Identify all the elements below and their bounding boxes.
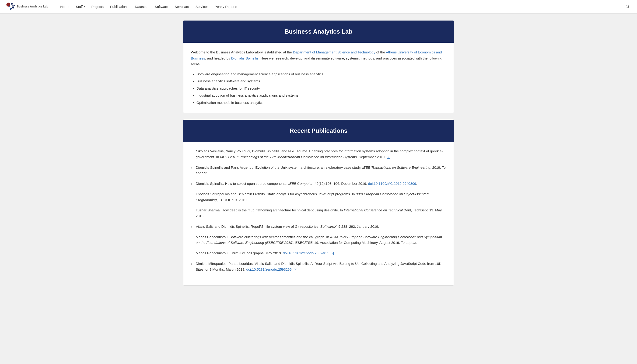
nav-datasets[interactable]: Datasets [132, 3, 151, 10]
pub-text: Marios Papachristou. Software clustering… [196, 234, 446, 246]
nav-yearly-reports[interactable]: Yearly Reports [212, 3, 240, 10]
list-item: Optimization methods in business analyti… [196, 100, 446, 106]
pub-text: Marios Papachristou. Linux 4.21 call gra… [196, 250, 446, 256]
list-item: Business analytics software and systems [196, 78, 446, 85]
nav-links: Home Staff ▾ Projects Publications Datas… [58, 3, 624, 10]
nav-projects[interactable]: Projects [89, 3, 106, 10]
nav-services[interactable]: Services [193, 3, 212, 10]
publication-item: Thodoris Sotiropoulos and Benjamin Livsh… [191, 191, 446, 203]
logo-icon [6, 2, 16, 12]
nav-home[interactable]: Home [58, 3, 72, 10]
pub-text: Nikolaos Vasilakis, Nancy Pouloudi, Diom… [196, 148, 446, 160]
brand-text: Business Analytics Lab [17, 5, 48, 9]
publications-header: Recent Publications [183, 120, 454, 142]
pub-text: Tushar Sharma. How deep is the mud: fath… [196, 208, 446, 219]
pub-text: Thodoris Sotiropoulos and Benjamin Livsh… [196, 191, 446, 203]
pub-ext-link[interactable]: ↗ [330, 251, 334, 255]
hero-header: Business Analytics Lab [183, 20, 454, 43]
publication-item: Nikolaos Vasilakis, Nancy Pouloudi, Diom… [191, 148, 446, 160]
pub-text: Diomidis Spinellis and Paris Avgeriou. E… [196, 165, 446, 176]
nav-seminars[interactable]: Seminars [172, 3, 192, 10]
svg-line-13 [628, 7, 629, 8]
list-item: Software engineering and management scie… [196, 71, 446, 78]
dept-link[interactable]: Department of Management Science and Tec… [293, 50, 375, 54]
svg-point-0 [6, 2, 10, 6]
pub-ext-link[interactable]: ↗ [387, 155, 390, 159]
doi-link[interactable]: doi:10.5281/zenodo.2593266 [246, 268, 292, 271]
staff-dropdown-arrow: ▾ [84, 5, 85, 8]
doi-link[interactable]: doi:10.5281/zenodo.2652487 [283, 251, 328, 255]
publication-item: Dimitris Mitropoulos, Panos Louridas, Vi… [191, 261, 446, 272]
spinellis-link[interactable]: Diomidis Spinellis [231, 56, 259, 60]
intro-box: Welcome to the Business Analytics Labora… [183, 43, 454, 113]
pub-text: Dimitris Mitropoulos, Panos Louridas, Vi… [196, 261, 446, 272]
search-icon [625, 4, 630, 8]
publication-item: Vitalis Salis and Diomidis Spinellis. Re… [191, 224, 446, 230]
intro-paragraph: Welcome to the Business Analytics Labora… [191, 49, 446, 67]
publication-item: Diomidis Spinellis and Paris Avgeriou. E… [191, 165, 446, 176]
list-item: Industrial adoption of business analytic… [196, 92, 446, 99]
hero-title: Business Analytics Lab [285, 28, 352, 35]
publications-list: Nikolaos Vasilakis, Nancy Pouloudi, Diom… [191, 148, 446, 272]
external-link-icon: ↗ [331, 252, 334, 255]
pub-text: Diomidis Spinellis. How to select open s… [196, 181, 446, 187]
publication-item: Marios Papachristou. Linux 4.21 call gra… [191, 250, 446, 256]
external-link-icon: ↗ [294, 268, 297, 271]
publication-item: Tushar Sharma. How deep is the mud: fath… [191, 208, 446, 219]
doi-link[interactable]: doi:10.1109/MC.2019.2940809 [368, 182, 416, 186]
publication-item: Diomidis Spinellis. How to select open s… [191, 181, 446, 187]
navbar: Business Analytics Lab Home Staff ▾ Proj… [0, 0, 637, 14]
intro-list: Software engineering and management scie… [191, 71, 446, 106]
main-content: Business Analytics Lab Welcome to the Bu… [178, 20, 458, 286]
pub-ext-link[interactable]: ↗ [294, 268, 297, 271]
search-button[interactable] [624, 2, 632, 11]
svg-point-12 [626, 5, 628, 8]
svg-point-1 [11, 3, 13, 5]
publications-box: Nikolaos Vasilakis, Nancy Pouloudi, Diom… [183, 142, 454, 286]
intro-text-pre: Welcome to the Business Analytics Labora… [191, 50, 293, 54]
nav-staff[interactable]: Staff ▾ [73, 3, 88, 10]
list-item: Data analytics approaches for IT securit… [196, 85, 446, 92]
publication-item: Marios Papachristou. Software clustering… [191, 234, 446, 246]
nav-publications[interactable]: Publications [107, 3, 131, 10]
publications-title: Recent Publications [290, 127, 348, 134]
nav-software[interactable]: Software [152, 3, 171, 10]
brand-logo[interactable]: Business Analytics Lab [6, 2, 48, 12]
external-link-icon: ↗ [387, 156, 390, 159]
pub-text: Vitalis Salis and Diomidis Spinellis. Re… [196, 224, 446, 230]
